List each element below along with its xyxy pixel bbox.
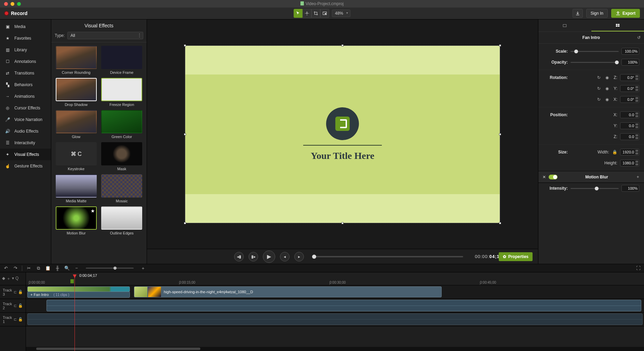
resize-handle[interactable] xyxy=(184,44,186,46)
rotation-y-input[interactable]: 0.0° xyxy=(620,85,639,92)
effect-glow[interactable]: Glow xyxy=(55,110,98,139)
effect-type-select[interactable]: All xyxy=(67,32,143,39)
effect-mosaic[interactable]: Mosaic xyxy=(100,174,144,203)
rotate-y-icon[interactable]: ↻ xyxy=(596,86,602,91)
opacity-slider[interactable] xyxy=(571,62,619,63)
canvas-selection[interactable]: Your Title Here xyxy=(185,45,500,223)
resize-handle[interactable] xyxy=(184,222,186,224)
resize-handle[interactable] xyxy=(499,222,501,224)
tool-select[interactable] xyxy=(294,9,303,18)
sidebar-item-annotations[interactable]: ☐Annotations xyxy=(0,56,51,67)
canvas-title-text[interactable]: Your Title Here xyxy=(311,150,374,161)
expand-timeline-icon[interactable]: ⛶ xyxy=(635,265,641,271)
scale-value[interactable]: 100.0% xyxy=(621,48,639,55)
sign-in-button[interactable]: Sign In xyxy=(586,9,608,18)
clip-segment[interactable] xyxy=(27,286,130,292)
effect-keystroke[interactable]: ⌘ CKeystroke xyxy=(55,142,98,171)
clip-group[interactable]: + Fan Intro ( 11 clips ) xyxy=(27,292,130,298)
opacity-value[interactable]: 100% xyxy=(621,59,639,66)
cut-button[interactable]: ✂ xyxy=(26,265,32,271)
tool-crop[interactable] xyxy=(311,9,320,18)
timeline-track[interactable] xyxy=(26,313,644,326)
effect-media-matte[interactable]: Media Matte xyxy=(55,174,98,203)
rotation-z-input[interactable]: 0.0° xyxy=(620,74,639,81)
undo-button[interactable]: ↶ xyxy=(3,265,9,271)
sidebar-item-cursor-effects[interactable]: ◎Cursor Effects xyxy=(0,102,51,114)
playback-slider[interactable] xyxy=(312,256,463,257)
reset-icon[interactable]: ↺ xyxy=(637,35,641,40)
sidebar-item-library[interactable]: ▥Library xyxy=(0,44,51,56)
dial-icon[interactable]: ◉ xyxy=(604,75,610,80)
effect-outline-edges[interactable]: Outline Edges xyxy=(100,206,144,235)
timeline-hscroll[interactable] xyxy=(26,347,644,351)
audio-clip[interactable] xyxy=(46,300,641,311)
lock-icon[interactable]: 🔓 xyxy=(18,317,23,322)
timeline-track[interactable]: + Fan Intro ( 11 clips ) high-speed-driv… xyxy=(26,285,644,299)
effect-motion-blur[interactable]: ★Motion Blur xyxy=(55,206,98,235)
sidebar-item-media[interactable]: ▣Media xyxy=(0,21,51,32)
marker-icon[interactable]: ◆ xyxy=(2,276,5,282)
chevron-down-icon[interactable]: ▾ xyxy=(12,276,14,282)
properties-button[interactable]: ✿ Properties xyxy=(499,252,533,261)
properties-tab-1[interactable] xyxy=(538,19,591,31)
position-x-input[interactable]: 0.0 xyxy=(620,111,639,118)
resize-handle[interactable] xyxy=(499,44,501,46)
download-button[interactable] xyxy=(573,9,583,18)
resize-handle[interactable] xyxy=(341,44,344,46)
effect-mask[interactable]: Mask xyxy=(100,142,144,171)
window-minimize-icon[interactable] xyxy=(11,2,14,6)
video-canvas[interactable]: Your Title Here xyxy=(185,46,500,223)
prev-clip-button[interactable]: ◂▮ xyxy=(234,252,244,261)
window-zoom-icon[interactable] xyxy=(17,2,21,6)
sidebar-item-transitions[interactable]: ⇄Transitions xyxy=(0,67,51,79)
audio-clip[interactable] xyxy=(27,313,643,325)
rotation-x-input[interactable]: 0.0° xyxy=(620,96,639,103)
canvas-area[interactable]: Your Title Here xyxy=(147,19,538,249)
play-button[interactable]: ▶ xyxy=(263,251,275,263)
marker-icon[interactable] xyxy=(70,279,74,283)
split-button[interactable]: ╫ xyxy=(54,265,61,271)
video-clip[interactable]: high-speed-driving-in-the-night_e4mj4wtz… xyxy=(134,286,442,297)
width-input[interactable]: 1920.0 xyxy=(620,149,639,156)
intensity-value[interactable]: 100% xyxy=(621,185,639,192)
zoom-out-button[interactable]: − xyxy=(73,265,80,271)
effect-device-frame[interactable]: Device Frame xyxy=(100,46,144,75)
resize-handle[interactable] xyxy=(341,222,344,224)
timeline-zoom-slider[interactable] xyxy=(86,268,134,269)
position-y-input[interactable]: 0.0 xyxy=(620,122,639,129)
effects-grid[interactable]: Corner RoundingDevice FrameDrop ShadowFr… xyxy=(51,42,147,264)
step-forward-button[interactable]: ▸ xyxy=(294,252,304,261)
redo-button[interactable]: ↷ xyxy=(12,265,18,271)
copy-button[interactable]: ⧉ xyxy=(35,265,41,271)
timeline-track[interactable] xyxy=(26,299,644,313)
height-input[interactable]: 1080.0 xyxy=(620,160,639,166)
quiz-icon[interactable]: Q xyxy=(15,276,18,282)
add-effect-icon[interactable]: ＋ xyxy=(636,174,640,180)
sidebar-item-gesture-effects[interactable]: ☝Gesture Effects xyxy=(0,160,51,172)
effect-freeze-region[interactable]: Freeze Region xyxy=(100,78,144,107)
sidebar-item-behaviors[interactable]: ▚Behaviors xyxy=(0,79,51,91)
export-button[interactable]: Export xyxy=(611,9,640,18)
step-back-button[interactable]: ◂ xyxy=(280,252,290,261)
window-close-icon[interactable] xyxy=(4,2,8,6)
lock-icon[interactable]: 🔓 xyxy=(18,290,23,294)
canvas-zoom-select[interactable]: 48% xyxy=(332,10,350,17)
next-clip-button[interactable]: ▮▸ xyxy=(249,252,258,261)
track-header[interactable]: Track 2⊏🔓 xyxy=(0,299,26,313)
effect-green-color[interactable]: Green Color xyxy=(100,110,144,139)
position-z-input[interactable]: 0.0 xyxy=(620,133,639,140)
tool-pan[interactable] xyxy=(303,9,311,18)
properties-tab-2[interactable] xyxy=(591,19,644,31)
track-header[interactable]: Track 3⊏🔓 xyxy=(0,285,26,299)
effect-drop-shadow[interactable]: Drop Shadow xyxy=(55,78,98,107)
lock-icon[interactable]: 🔓 xyxy=(18,303,23,308)
zoom-icon[interactable]: 🔍 xyxy=(64,265,70,271)
dial-icon[interactable]: ◉ xyxy=(604,86,610,91)
close-effect-icon[interactable]: ✕ xyxy=(542,175,546,179)
dial-icon[interactable]: ◉ xyxy=(604,97,610,102)
sidebar-item-animations[interactable]: →Animations xyxy=(0,91,51,102)
paste-button[interactable]: 📋 xyxy=(45,265,51,271)
sidebar-item-favorites[interactable]: ★Favorites xyxy=(0,32,51,44)
effect-corner-rounding[interactable]: Corner Rounding xyxy=(55,46,98,75)
record-button[interactable]: Record xyxy=(4,11,27,16)
